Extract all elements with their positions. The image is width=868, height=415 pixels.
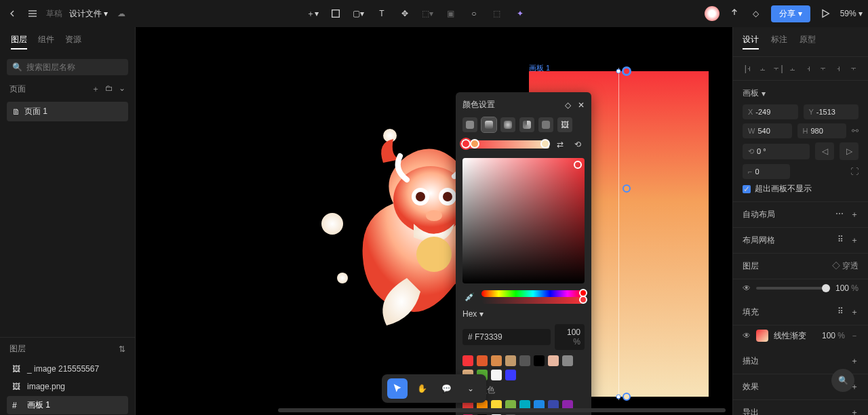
swatch[interactable]	[519, 355, 530, 366]
file-name[interactable]: 设计文件 ▾	[69, 8, 108, 20]
fill-solid[interactable]	[462, 117, 477, 132]
swatch[interactable]	[491, 370, 502, 380]
back-icon[interactable]	[5, 7, 19, 20]
layer-item[interactable]: 🖼 image.png	[7, 378, 128, 395]
tab-layers[interactable]: 图层	[11, 34, 27, 50]
swatch[interactable]	[505, 370, 516, 380]
component-icon[interactable]: ⬚▾	[421, 7, 435, 20]
page-item[interactable]: 🗎 页面 1	[7, 102, 128, 121]
rotation-input[interactable]: ⟲0 °	[743, 144, 810, 159]
opacity-slider[interactable]	[756, 287, 830, 290]
text-icon[interactable]: T	[375, 7, 389, 20]
hue-slider[interactable]	[481, 290, 585, 297]
fill-radial[interactable]	[500, 117, 515, 132]
add-icon[interactable]: ＋	[850, 209, 859, 220]
w-input[interactable]: W540	[743, 123, 792, 138]
add-page-icon[interactable]: ＋	[92, 83, 100, 95]
canvas[interactable]: 画板 1	[136, 27, 732, 415]
export-icon[interactable]	[728, 7, 741, 20]
tab-design[interactable]: 设计	[743, 34, 759, 50]
blend-icon[interactable]: ◇	[565, 100, 571, 110]
add-icon[interactable]: ＋	[850, 235, 859, 246]
layer-search[interactable]: 🔍	[7, 59, 128, 75]
swatch[interactable]	[462, 355, 473, 366]
swatch[interactable]	[491, 355, 502, 366]
rotate-grad-icon[interactable]: ⟲	[571, 138, 585, 151]
layer-item-artboard[interactable]: # 画板 1	[7, 396, 128, 414]
add-icon[interactable]: ＋	[850, 307, 859, 318]
feedback-icon[interactable]: ◇	[749, 7, 763, 20]
add-icon[interactable]: ＋▾	[306, 7, 319, 20]
add-icon[interactable]: ＋	[850, 407, 859, 415]
layer-opacity[interactable]: 100 %	[835, 283, 859, 293]
boolean-icon[interactable]: ⬚	[490, 7, 504, 20]
collapse-icon[interactable]: ⌄	[119, 83, 125, 95]
clip-checkbox[interactable]: ✓ 超出画板不显示	[743, 183, 859, 195]
tab-assets[interactable]: 资源	[65, 34, 81, 50]
avatar[interactable]	[705, 6, 719, 21]
align-left-icon[interactable]: |⫞	[741, 62, 753, 75]
layer-item[interactable]: 🖼 _ image 215555567	[7, 361, 128, 377]
distribute-icon[interactable]: ⫞	[832, 62, 844, 75]
swatch[interactable]	[562, 355, 573, 366]
fill-linear[interactable]	[481, 117, 496, 132]
fill-angular[interactable]	[519, 117, 534, 132]
color-cursor[interactable]	[574, 161, 582, 169]
tab-annotate[interactable]: 标注	[771, 34, 787, 50]
swatch[interactable]	[534, 355, 545, 366]
visibility-icon[interactable]: 👁	[743, 283, 751, 293]
fill-opacity[interactable]: 100 %	[822, 331, 845, 340]
swatch[interactable]	[477, 355, 488, 366]
eyedropper-icon[interactable]: 💉	[462, 290, 476, 304]
alpha-slider[interactable]	[481, 297, 585, 304]
fill-diamond[interactable]	[538, 117, 553, 132]
align-bottom-icon[interactable]: ⫟	[817, 62, 829, 75]
hand-tool[interactable]: ✋	[412, 378, 432, 399]
shape-icon[interactable]: ▢▾	[352, 7, 366, 20]
tab-components[interactable]: 组件	[38, 34, 54, 50]
y-input[interactable]: Y-1513	[804, 104, 859, 119]
search-fab[interactable]: 🔍	[831, 369, 854, 392]
gradient-handle-start[interactable]	[622, 66, 631, 76]
flip-v-icon[interactable]: ▷	[840, 142, 859, 160]
gradient-axis[interactable]	[618, 68, 619, 400]
comment-tool[interactable]: 💬	[436, 378, 456, 399]
fill-type-label[interactable]: 线性渐变	[774, 330, 816, 342]
link-wh-icon[interactable]: ⚯	[852, 126, 859, 136]
align-hcenter-icon[interactable]: ⫠	[756, 62, 768, 75]
align-top-icon[interactable]: ⫠	[787, 62, 799, 75]
ai-icon[interactable]: ✦	[513, 7, 527, 20]
tab-prototype[interactable]: 原型	[800, 34, 816, 50]
fill-swatch[interactable]	[756, 330, 768, 342]
align-right-icon[interactable]: ⫟|	[772, 62, 784, 75]
frame-icon[interactable]	[329, 7, 342, 20]
folder-icon[interactable]: 🗀	[105, 83, 113, 95]
align-vcenter-icon[interactable]: ⫞	[802, 62, 814, 75]
hex-label[interactable]: Hex ▾	[462, 309, 484, 319]
flip-h-icon[interactable]: ◁	[815, 142, 834, 160]
opacity-input[interactable]: 100 %	[555, 324, 585, 350]
radius-detail-icon[interactable]: ⛶	[850, 167, 859, 176]
pointer-tool[interactable]	[387, 378, 408, 399]
menu-icon[interactable]	[26, 7, 39, 20]
fill-style-icon[interactable]: ⠿	[837, 307, 844, 318]
gradient-handle-end[interactable]	[623, 393, 631, 401]
h-input[interactable]: H980	[797, 123, 847, 138]
artboard-section-label[interactable]: 画板 ▾	[743, 87, 859, 99]
zoom-level[interactable]: 59% ▾	[840, 9, 863, 18]
search-input[interactable]	[26, 62, 123, 72]
visibility-icon[interactable]: 👁	[743, 331, 751, 340]
play-icon[interactable]	[818, 7, 832, 20]
gradient-stop[interactable]	[540, 139, 550, 149]
circle-icon[interactable]: ○	[467, 7, 481, 20]
fill-image[interactable]: 🖼	[557, 117, 572, 132]
swatch[interactable]	[505, 355, 516, 366]
cloud-sync-icon[interactable]: ☁	[115, 7, 128, 20]
grid-style-icon[interactable]: ⠿	[837, 235, 844, 246]
blend-mode[interactable]: ◇ 穿透	[832, 260, 859, 272]
hex-input[interactable]: # F73339	[462, 329, 551, 345]
x-input[interactable]: X-249	[743, 104, 798, 119]
gradient-bar[interactable]	[462, 140, 549, 149]
tidy-icon[interactable]: ⫟	[848, 62, 860, 75]
gradient-anchor-end[interactable]	[616, 395, 621, 399]
